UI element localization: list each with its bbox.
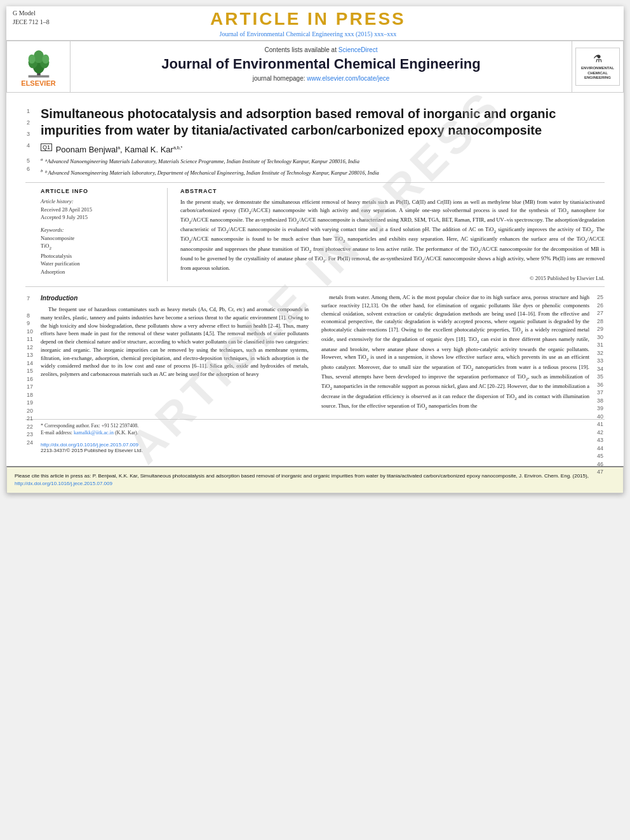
keywords-label: Keywords: (41, 227, 161, 233)
separator-1 (25, 182, 605, 183)
svg-point-4 (33, 50, 43, 63)
received-date: Received 28 April 2015 (41, 206, 161, 214)
keyword-3: Photocatalysis (41, 252, 161, 260)
article-title: Simultaneous photocatalysis and adsorpti… (41, 105, 589, 138)
article-info-header: ARTICLE INFO (41, 188, 161, 194)
svg-rect-7 (28, 75, 49, 77)
abstract-header: ABSTRACT (180, 188, 605, 194)
line-numbers-body-left: 7 8 9 10 11 12 13 14 15 16 17 18 19 20 2… (27, 293, 33, 446)
journal-homepage: journal homepage: www.elsevier.com/locat… (77, 75, 565, 82)
keyword-2: TiO2 (41, 242, 161, 251)
main-content: ARTICLE IN PRESS 1 2 3 Simultaneous phot… (6, 93, 624, 460)
keyword-5: Adsorption (41, 268, 161, 276)
body-two-col: 7 8 9 10 11 12 13 14 15 16 17 18 19 20 2… (25, 293, 605, 415)
citation-doi-link[interactable]: http://dx.doi.org/10.1016/j.jece.2015.07… (15, 481, 112, 486)
line-numbers-left: 1 2 3 (27, 105, 30, 140)
history-label: Article history: (41, 198, 161, 204)
elsevier-text: ELSEVIER (21, 79, 55, 87)
page: G Model JECE 712 1–8 ARTICLE IN PRESS Jo… (6, 6, 624, 493)
journal-name: Journal of Environmental Chemical Engine… (77, 56, 565, 72)
elsevier-logo: ELSEVIER (7, 41, 70, 92)
copyright-line: © 2015 Published by Elsevier Ltd. (180, 275, 605, 281)
author-poonam: Poonam Benjwala, Kamal K. Kara,b,* (56, 145, 183, 154)
body-col-left: Introduction The frequent use of hazardo… (41, 293, 309, 415)
body-col-right: metals from water. Among them, AC is the… (321, 293, 589, 415)
journal-right-logo: ⚗ ENVIRONMENTALCHEMICALENGINEERING (572, 41, 623, 92)
intro-para-2: metals from water. Among them, AC is the… (321, 293, 589, 411)
intro-title: Introduction (41, 293, 309, 303)
journal-header: ELSEVIER Contents lists available at Sci… (6, 41, 624, 93)
email-link[interactable]: kamalkk@iitk.ac.in (74, 430, 114, 436)
affiliation-b: b ᵇ Advanced Nanoengineering Materials l… (41, 168, 589, 177)
line-numbers-body-right: 25 26 27 28 29 30 31 32 33 34 35 36 37 3… (597, 293, 603, 476)
elsevier-tree-icon (20, 46, 58, 78)
right-logo-text: ENVIRONMENTALCHEMICALENGINEERING (581, 66, 614, 81)
svg-point-5 (28, 55, 35, 64)
homepage-link[interactable]: www.elsevier.com/locate/jece (307, 75, 389, 82)
keyword-4: Water purification (41, 260, 161, 268)
model-info: G Model JECE 712 1–8 (13, 9, 50, 27)
doi-link[interactable]: http://dx.doi.org/10.1016/j.jece.2015.07… (41, 442, 605, 448)
q1-badge: Q1 (41, 143, 52, 151)
journal-icon: ⚗ (593, 53, 602, 65)
affiliation-a: a ᵃ Advanced Nanoengineering Materials L… (41, 157, 589, 166)
footnote-corresponding: * Corresponding author. Fax: +91 512 259… (41, 422, 605, 429)
jece-label: JECE 712 1–8 (13, 18, 50, 25)
doi-section: http://dx.doi.org/10.1016/j.jece.2015.07… (25, 442, 605, 453)
abstract-text: In the present study, we demonstrate the… (180, 198, 605, 272)
top-bar: G Model JECE 712 1–8 ARTICLE IN PRESS Jo… (6, 6, 624, 41)
body-section: 7 8 9 10 11 12 13 14 15 16 17 18 19 20 2… (25, 293, 605, 415)
right-logo-box: ⚗ ENVIRONMENTALCHEMICALENGINEERING (575, 48, 620, 86)
issn-text: 2213-3437/© 2015 Published by Elsevier L… (41, 448, 605, 453)
top-bar-center: ARTICLE IN PRESS Journal of Environmenta… (50, 9, 566, 37)
article-info-abstract: ARTICLE INFO Article history: Received 2… (25, 188, 605, 281)
separator-2 (25, 286, 605, 287)
journal-ref-top: Journal of Environmental Chemical Engine… (50, 30, 566, 37)
keywords-section: Keywords: Nanocomposite TiO2 Photocataly… (41, 227, 161, 276)
article-info-col: ARTICLE INFO Article history: Received 2… (41, 188, 168, 281)
article-in-press-banner: ARTICLE IN PRESS (50, 9, 566, 29)
citation-text: Please cite this article in press as: P.… (15, 473, 589, 479)
g-model-label: G Model (13, 10, 36, 17)
footnote-section: * Corresponding author. Fax: +91 512 259… (25, 419, 605, 436)
abstract-col: ABSTRACT In the present study, we demons… (180, 188, 605, 281)
contents-line: Contents lists available at ScienceDirec… (77, 46, 565, 53)
keyword-1: Nanocomposite (41, 234, 161, 243)
authors-line: Q1 Poonam Benjwala, Kamal K. Kara,b,* (41, 143, 589, 154)
intro-para-1: The frequent use of hazardous contaminat… (41, 305, 309, 378)
sciencedirect-link[interactable]: ScienceDirect (338, 46, 378, 53)
journal-center: Contents lists available at ScienceDirec… (70, 41, 572, 92)
citation-bar: Please cite this article in press as: P.… (6, 466, 624, 493)
svg-point-6 (42, 55, 49, 64)
accepted-date: Accepted 9 July 2015 (41, 214, 161, 222)
footnote-email: E-mail address: kamalkk@iitk.ac.in (K.K.… (41, 429, 605, 436)
